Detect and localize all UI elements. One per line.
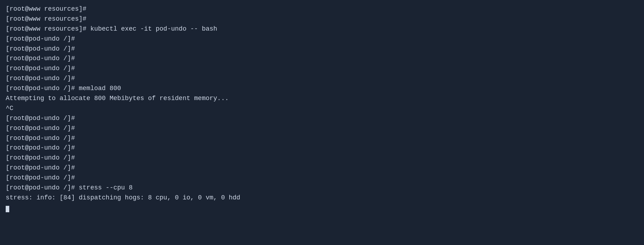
terminal-line: [root@pod-undo /]# [6,153,638,163]
terminal-line: Attempting to allocate 800 Mebibytes of … [6,94,638,104]
terminal-line: [root@www resources]# [6,14,638,24]
terminal-line: [root@www resources]# [6,4,638,14]
terminal-line: [root@pod-undo /]# [6,114,638,124]
terminal-line: [root@pod-undo /]# [6,54,638,64]
terminal-line: [root@pod-undo /]# [6,64,638,74]
terminal-line: [root@www resources]# kubectl exec -it p… [6,24,638,34]
terminal-cursor-line [6,203,638,213]
terminal-line: [root@pod-undo /]# [6,124,638,134]
terminal-line: ^C [6,104,638,114]
terminal-line: [root@pod-undo /]# [6,34,638,44]
terminal-line: [root@pod-undo /]# [6,134,638,144]
terminal-line: [root@pod-undo /]# [6,173,638,183]
terminal-cursor [6,206,9,212]
terminal-line: [root@pod-undo /]# [6,163,638,173]
terminal-line: stress: info: [84] dispatching hogs: 8 c… [6,193,638,203]
terminal-window[interactable]: [root@www resources]#[root@www resources… [6,4,638,241]
terminal-line: [root@pod-undo /]# stress --cpu 8 [6,183,638,193]
terminal-line: [root@pod-undo /]# [6,143,638,153]
terminal-line: [root@pod-undo /]# [6,74,638,84]
terminal-line: [root@pod-undo /]# memload 800 [6,84,638,94]
terminal-line: [root@pod-undo /]# [6,44,638,54]
